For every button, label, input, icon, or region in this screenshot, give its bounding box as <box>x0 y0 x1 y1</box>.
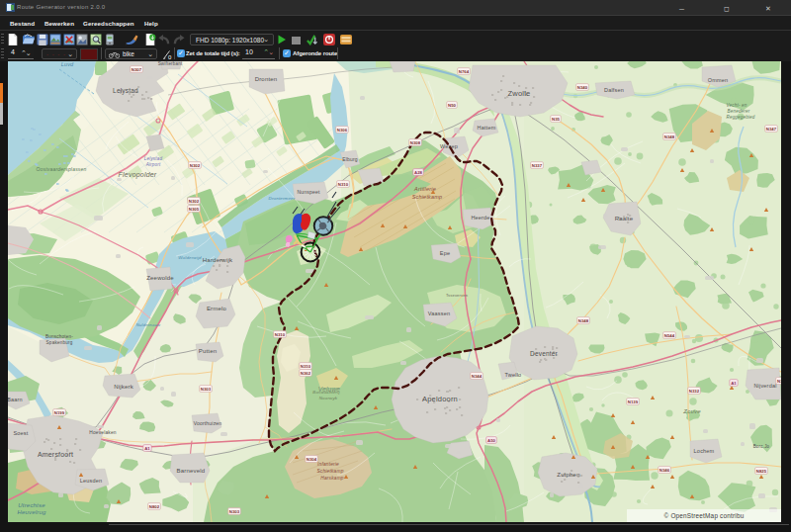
svg-text:Noorwyk: Noorwyk <box>319 396 338 400</box>
svg-text:Spakenburg: Spakenburg <box>46 340 73 345</box>
svg-text:Schietkamp: Schietkamp <box>316 469 343 474</box>
svg-text:A1: A1 <box>731 381 737 386</box>
svg-text:N50: N50 <box>448 103 456 108</box>
svg-text:N307: N307 <box>132 67 142 72</box>
svg-text:© OpenStreetMap contribu: © OpenStreetMap contribu <box>664 512 745 520</box>
svg-text:N302: N302 <box>190 163 201 168</box>
svg-text:Harskamp: Harskamp <box>320 476 344 481</box>
svg-text:Barneveld: Barneveld <box>177 468 206 474</box>
svg-text:N306: N306 <box>337 128 348 133</box>
svg-text:Twello: Twello <box>505 372 522 378</box>
svg-text:Hoevelaken: Hoevelaken <box>89 430 116 435</box>
svg-text:N362: N362 <box>301 371 311 376</box>
svg-text:Lelystad: Lelystad <box>113 87 138 95</box>
svg-text:N310: N310 <box>338 182 349 187</box>
svg-text:Apeldoorn: Apeldoorn <box>422 395 458 403</box>
svg-text:Airport: Airport <box>145 162 161 167</box>
svg-text:N302: N302 <box>189 199 200 204</box>
svg-text:N305: N305 <box>189 207 200 212</box>
svg-text:Flevopolder: Flevopolder <box>119 171 157 179</box>
svg-text:N802: N802 <box>149 504 160 509</box>
svg-text:Hattem: Hattem <box>478 125 496 131</box>
svg-text:Heerde: Heerde <box>471 215 489 221</box>
svg-text:Infanterie: Infanterie <box>317 462 339 467</box>
svg-text:N303: N303 <box>229 509 240 514</box>
svg-text:N764: N764 <box>459 69 470 74</box>
svg-text:Swifterbant: Swifterbant <box>158 61 183 66</box>
svg-text:Deventer: Deventer <box>530 350 559 357</box>
svg-text:N347: N347 <box>766 127 777 132</box>
svg-text:Putten: Putten <box>199 348 218 354</box>
svg-text:Oostvaardersplassen: Oostvaardersplassen <box>36 166 86 172</box>
svg-text:Nijverdal: Nijverdal <box>753 383 776 389</box>
svg-text:Reggegebied: Reggegebied <box>727 115 755 120</box>
svg-text:Harderwijk: Harderwijk <box>203 257 233 263</box>
svg-text:A28: A28 <box>414 170 422 175</box>
svg-text:Dronten: Dronten <box>255 76 278 82</box>
svg-text:0: 0 <box>168 54 172 60</box>
svg-text:Boswachterij: Boswachterij <box>312 390 340 395</box>
svg-text:A1: A1 <box>144 446 150 451</box>
svg-text:Schietkamp: Schietkamp <box>412 194 443 200</box>
svg-text:Leusden: Leusden <box>80 478 103 484</box>
svg-text:N348: N348 <box>664 134 675 139</box>
svg-text:Artillerie: Artillerie <box>413 186 436 192</box>
svg-text:N139: N139 <box>628 399 639 404</box>
svg-text:Ermelo: Ermelo <box>207 306 227 311</box>
svg-text:Ommen: Ommen <box>708 77 729 83</box>
svg-text:N332: N332 <box>689 389 700 394</box>
svg-text:N344: N344 <box>472 374 483 379</box>
svg-text:Zcuve: Zcuve <box>682 408 701 414</box>
svg-text:N310: N310 <box>275 332 286 337</box>
svg-text:Lochem: Lochem <box>694 448 715 454</box>
svg-text:N304: N304 <box>307 457 317 462</box>
svg-text:Wolderwijd: Wolderwijd <box>178 255 202 260</box>
svg-text:N35: N35 <box>552 117 560 122</box>
svg-text:Borc.Jo: Borc.Jo <box>753 444 770 449</box>
svg-text:Voorthuizen: Voorthuizen <box>194 420 222 426</box>
svg-text:Luvd: Luvd <box>61 61 74 67</box>
svg-text:Bunschoten-: Bunschoten- <box>45 334 73 339</box>
svg-text:N199: N199 <box>54 410 65 415</box>
svg-text:N340: N340 <box>577 85 588 90</box>
svg-text:A50: A50 <box>487 438 495 443</box>
svg-text:Zwolle: Zwolle <box>508 89 531 98</box>
svg-text:Vecht- en: Vecht- en <box>727 103 747 108</box>
svg-text:Nunspeet: Nunspeet <box>297 189 319 195</box>
svg-text:Dalfsen: Dalfsen <box>604 87 624 93</box>
svg-text:Vaassen: Vaassen <box>428 310 450 316</box>
svg-text:N348: N348 <box>578 318 589 323</box>
svg-text:Elburg: Elburg <box>342 156 358 162</box>
svg-text:N303: N303 <box>201 387 212 392</box>
svg-text:Lelystad: Lelystad <box>144 156 163 161</box>
svg-text:Nuldernauw: Nuldernauw <box>136 322 161 327</box>
svg-text:Raalte: Raalte <box>615 216 634 222</box>
svg-text:N346: N346 <box>659 468 670 473</box>
svg-text:Baarn: Baarn <box>8 397 23 402</box>
svg-text:Amersfoort: Amersfoort <box>38 451 73 458</box>
svg-text:N310: N310 <box>301 364 311 369</box>
svg-text:N337: N337 <box>532 163 543 168</box>
svg-text:Heuvelrug: Heuvelrug <box>17 509 46 515</box>
svg-text:N544: N544 <box>664 333 675 338</box>
svg-text:Benederer: Benederer <box>728 109 750 114</box>
svg-text:Nijkerk: Nijkerk <box>114 384 134 390</box>
svg-text:Zeewolde: Zeewolde <box>146 275 174 281</box>
svg-text:Epe: Epe <box>440 250 450 256</box>
svg-text:Utrechtse: Utrechtse <box>18 502 45 508</box>
svg-text:Soest: Soest <box>13 430 28 436</box>
svg-text:Tsseverven: Tsseverven <box>446 293 468 298</box>
svg-text:Drontermeer: Drontermeer <box>269 196 296 201</box>
svg-text:N825: N825 <box>756 469 767 474</box>
svg-text:Wezep: Wezep <box>440 143 458 149</box>
svg-text:N308: N308 <box>410 140 421 145</box>
svg-text:Zutphen: Zutphen <box>557 472 579 478</box>
